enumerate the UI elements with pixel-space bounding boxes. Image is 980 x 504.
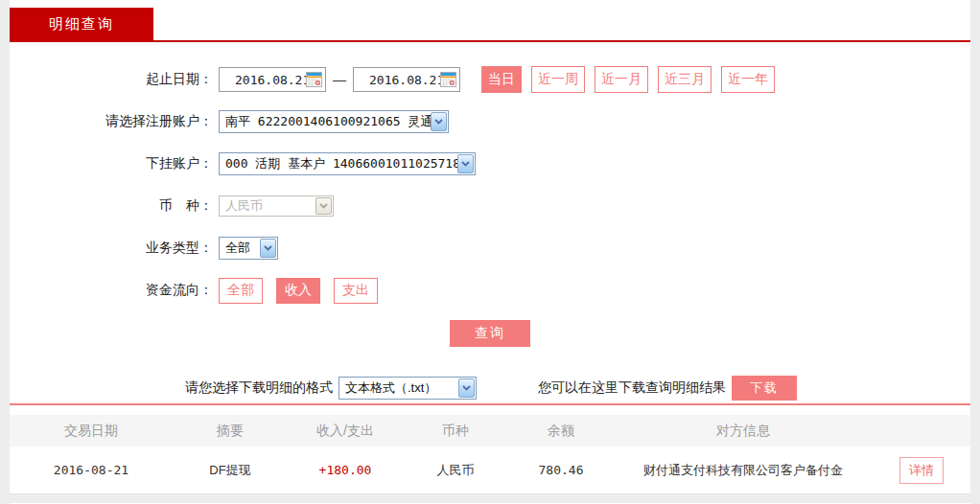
detail-button[interactable]: 详情 <box>899 457 944 484</box>
fund-flow-expense-button[interactable]: 支出 <box>334 278 378 304</box>
bottom-band <box>10 494 970 503</box>
download-hint-text: 您可以在这里下载查询明细结果 <box>538 379 726 397</box>
business-type-value: 全部 <box>220 240 260 257</box>
header-counterparty: 对方信息 <box>614 423 873 440</box>
quick-range-buttons: 当日 近一周 近一月 近三月 近一年 <box>481 66 775 93</box>
calendar-icon[interactable] <box>440 72 456 87</box>
sub-account-value: 000 活期 基本户 1406600101102571848 <box>220 155 457 172</box>
cell-summary: DF提现 <box>173 462 288 479</box>
header-summary: 摘要 <box>173 423 288 440</box>
start-date-input[interactable]: 2016.08.21 <box>219 67 326 92</box>
calendar-icon[interactable] <box>306 72 322 87</box>
currency-label: 币 种： <box>10 197 213 215</box>
chevron-down-icon <box>260 239 276 258</box>
range-button-today[interactable]: 当日 <box>481 66 522 93</box>
header-income-expense: 收入/支出 <box>288 423 403 440</box>
query-form: 起止日期： 2016.08.21 <box>10 42 970 355</box>
query-button[interactable]: 查询 <box>450 320 530 347</box>
business-type-label: 业务类型： <box>10 240 213 257</box>
range-button-last-week[interactable]: 近一周 <box>531 66 585 93</box>
cell-counterparty: 财付通支付科技有限公司客户备付金 <box>614 462 873 479</box>
tab-detail-query[interactable]: 明细查询 <box>10 8 153 40</box>
header-balance: 余额 <box>508 423 614 440</box>
table-row: 2016-08-21 DF提现 +180.00 人民币 780.46 财付通支付… <box>10 447 970 494</box>
chevron-down-icon <box>458 378 475 398</box>
end-date-value: 2016.08.21 <box>354 73 444 87</box>
range-button-last-3-months[interactable]: 近三月 <box>658 66 712 93</box>
chevron-down-icon <box>457 154 474 173</box>
table-header-row: 交易日期 摘要 收入/支出 币种 余额 对方信息 <box>10 415 970 447</box>
currency-select: 人民币 <box>219 195 334 217</box>
sub-account-select[interactable]: 000 活期 基本户 1406600101102571848 <box>219 152 476 175</box>
sub-account-label: 下挂账户： <box>10 155 213 172</box>
date-range-label: 起止日期： <box>10 71 213 88</box>
download-row: 请您选择下载明细的格式 文本格式（.txt） 您可以在这里下载查询明细结果 下载 <box>10 376 970 401</box>
date-range-separator: — <box>326 72 353 87</box>
date-range-row: 起止日期： 2016.08.21 <box>10 58 970 101</box>
cell-balance: 780.46 <box>508 463 614 477</box>
range-button-last-year[interactable]: 近一年 <box>721 66 775 93</box>
cell-transaction-date: 2016-08-21 <box>10 463 173 477</box>
header-transaction-date: 交易日期 <box>10 423 173 440</box>
start-date-value: 2016.08.21 <box>220 73 310 87</box>
fund-flow-label: 资金流向： <box>10 282 213 299</box>
business-type-select[interactable]: 全部 <box>219 237 278 260</box>
content-panel: 明细查询 起止日期： 2016.08.21 <box>10 0 970 504</box>
fund-flow-income-button[interactable]: 收入 <box>276 278 320 304</box>
download-format-select[interactable]: 文本格式（.txt） <box>338 377 477 400</box>
register-account-select[interactable]: 南平 6222001406100921065 灵通卡 <box>219 110 449 133</box>
currency-row: 币 种： 人民币 <box>10 185 970 227</box>
sub-account-row: 下挂账户： 000 活期 基本户 1406600101102571848 <box>10 143 970 185</box>
register-account-value: 南平 6222001406100921065 灵通卡 <box>220 113 431 130</box>
header-currency: 币种 <box>403 423 508 440</box>
chevron-down-icon <box>431 112 447 131</box>
fund-flow-row: 资金流向： 全部 收入 支出 <box>10 269 970 311</box>
fund-flow-buttons: 全部 收入 支出 <box>219 278 378 304</box>
download-format-label: 请您选择下载明细的格式 <box>185 379 333 397</box>
table-gap <box>10 405 970 415</box>
query-button-row: 查询 <box>10 311 970 355</box>
register-account-label: 请选择注册账户： <box>10 113 213 130</box>
chevron-down-icon <box>315 197 332 215</box>
range-button-last-month[interactable]: 近一月 <box>595 66 648 93</box>
business-type-row: 业务类型： 全部 <box>10 227 970 269</box>
cell-amount: +180.00 <box>288 463 403 477</box>
register-account-row: 请选择注册账户： 南平 6222001406100921065 灵通卡 <box>10 101 970 143</box>
end-date-input[interactable]: 2016.08.21 <box>353 67 460 92</box>
fund-flow-all-button[interactable]: 全部 <box>219 278 263 304</box>
download-button[interactable]: 下载 <box>732 376 797 401</box>
cell-currency: 人民币 <box>403 462 508 479</box>
tab-bar: 明细查询 <box>10 0 970 42</box>
download-format-value: 文本格式（.txt） <box>339 379 458 397</box>
currency-value: 人民币 <box>220 197 315 215</box>
